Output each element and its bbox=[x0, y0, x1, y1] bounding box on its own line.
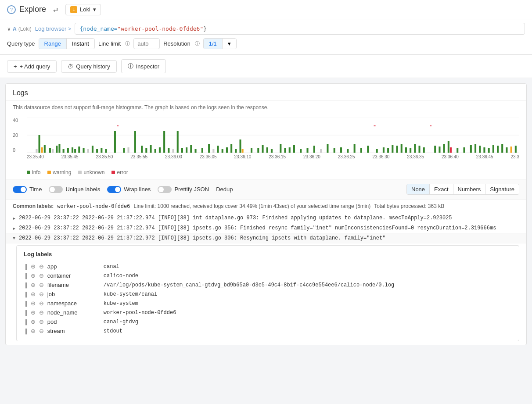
time-toggle[interactable] bbox=[13, 186, 27, 193]
query-area: ∨ A (Loki) Log browser {node_name="worke… bbox=[0, 19, 532, 55]
x-label-14: 23:3 bbox=[511, 154, 519, 159]
resolution-info-icon[interactable]: ⓘ bbox=[195, 40, 200, 47]
query-type-label: Query type bbox=[7, 40, 35, 47]
svg-rect-63 bbox=[327, 144, 328, 153]
label-value-app: canal bbox=[104, 264, 119, 270]
x-label-13: 23:36:45 bbox=[476, 154, 493, 159]
history-icon: ⏱ bbox=[68, 63, 73, 70]
zoom-out-icon[interactable]: ⊖ bbox=[39, 300, 44, 307]
label-key-namespace: namespace bbox=[47, 300, 100, 307]
svg-rect-74 bbox=[392, 145, 393, 153]
common-labels-row: Common labels: worker-pool-node-0fdde6 L… bbox=[6, 200, 526, 213]
log-expand-icon: ▼ bbox=[13, 236, 17, 241]
svg-rect-93 bbox=[483, 147, 485, 153]
zoom-out-icon[interactable]: ⊖ bbox=[39, 318, 44, 325]
zoom-in-icon[interactable]: ⊕ bbox=[31, 328, 36, 334]
svg-rect-50 bbox=[251, 148, 252, 153]
dedup-numbers[interactable]: Numbers bbox=[453, 184, 486, 194]
add-query-button[interactable]: + + Add query bbox=[7, 60, 57, 73]
y-max: 40 bbox=[13, 118, 18, 123]
inspector-button[interactable]: ⓘ Inspector bbox=[121, 59, 166, 73]
zoom-in-icon[interactable]: ⊕ bbox=[31, 300, 36, 307]
datasource-selector[interactable]: L Loki ▾ bbox=[65, 4, 101, 15]
bar-chart-icon: ▐ bbox=[24, 329, 27, 334]
zoom-in-icon[interactable]: ⊕ bbox=[31, 318, 36, 325]
zoom-in-icon[interactable]: ⊕ bbox=[31, 291, 36, 297]
svg-rect-16 bbox=[83, 148, 85, 153]
svg-rect-8 bbox=[52, 149, 54, 153]
label-key-app: app bbox=[47, 263, 100, 270]
query-input[interactable]: {node_name="worker-pool-node-0fdde6"} bbox=[75, 23, 525, 35]
bar-chart-icon: ▐ bbox=[24, 301, 27, 306]
query-letter: A bbox=[13, 26, 17, 32]
svg-rect-40 bbox=[201, 148, 203, 153]
bar-chart-icon: ▐ bbox=[24, 273, 27, 279]
logs-panel: Logs This datasource does not support fu… bbox=[5, 83, 527, 345]
zoom-in-icon[interactable]: ⊕ bbox=[31, 282, 36, 288]
zoom-out-icon[interactable]: ⊖ bbox=[39, 263, 44, 270]
explore-icon: ? bbox=[7, 5, 16, 14]
svg-rect-22 bbox=[114, 131, 116, 153]
x-label-0: 23:35:40 bbox=[27, 154, 44, 159]
dedup-exact[interactable]: Exact bbox=[430, 184, 453, 194]
svg-rect-86 bbox=[448, 141, 449, 153]
unique-labels-control: Unique labels bbox=[49, 186, 100, 193]
dedup-signature[interactable]: Signature bbox=[485, 184, 519, 194]
log-entry[interactable]: ▶ 2022-06-29 23:37:22 2022-06-29 21:37:2… bbox=[6, 223, 526, 233]
logs-panel-title: Logs bbox=[6, 84, 526, 101]
resolution-selector[interactable]: 1/1 ▾ bbox=[203, 38, 237, 49]
unique-labels-toggle[interactable] bbox=[49, 186, 63, 193]
svg-rect-45 bbox=[226, 147, 228, 153]
svg-rect-99 bbox=[510, 147, 512, 153]
bar-chart-icon: ▐ bbox=[24, 264, 27, 269]
svg-rect-39 bbox=[195, 149, 197, 153]
query-history-button[interactable]: ⏱ Query history bbox=[61, 60, 116, 73]
collapse-icon[interactable]: ∨ bbox=[7, 26, 11, 32]
x-label-2: 23:35:50 bbox=[96, 154, 113, 159]
log-browser-link[interactable]: Log browser bbox=[35, 25, 72, 32]
label-row-filename: ▐ ⊕ ⊖ filename /var/log/pods/kube-system… bbox=[24, 280, 512, 290]
prettify-json-toggle[interactable] bbox=[158, 186, 172, 193]
label-value-container: calico-node bbox=[104, 273, 138, 279]
svg-rect-21 bbox=[105, 149, 107, 153]
dedup-none[interactable]: None bbox=[407, 184, 430, 194]
zoom-out-icon[interactable]: ⊖ bbox=[39, 282, 44, 288]
log-entries: ▶ 2022-06-29 23:37:22 2022-06-29 21:37:2… bbox=[6, 213, 526, 341]
share-icon[interactable]: ⇄ bbox=[53, 6, 58, 13]
zoom-out-icon[interactable]: ⊖ bbox=[39, 272, 44, 279]
svg-rect-67 bbox=[354, 144, 356, 153]
svg-rect-28 bbox=[145, 148, 147, 153]
svg-rect-66 bbox=[347, 149, 349, 153]
label-key-stream: stream bbox=[47, 328, 100, 334]
svg-rect-48 bbox=[240, 139, 241, 153]
zoom-out-icon[interactable]: ⊖ bbox=[39, 309, 44, 316]
svg-rect-54 bbox=[271, 149, 273, 153]
svg-rect-58 bbox=[293, 145, 295, 153]
line-limit-info-icon[interactable]: ⓘ bbox=[125, 40, 130, 47]
line-limit-input[interactable] bbox=[133, 38, 160, 49]
bar-chart-icon: ▐ bbox=[24, 292, 27, 297]
resolution-value[interactable]: 1/1 bbox=[204, 39, 223, 49]
zoom-in-icon[interactable]: ⊕ bbox=[31, 272, 36, 279]
log-entry[interactable]: ▶ 2022-06-29 23:37:22 2022-06-29 21:37:2… bbox=[6, 213, 526, 223]
zoom-out-icon[interactable]: ⊖ bbox=[39, 328, 44, 334]
x-label-11: 23:36:35 bbox=[407, 154, 424, 159]
svg-rect-57 bbox=[289, 147, 291, 153]
query-options-row: Query type Range Instant Line limit ⓘ Re… bbox=[7, 38, 525, 49]
log-entry-expanded[interactable]: ▼ 2022-06-29 23:37:22 2022-06-29 21:37:2… bbox=[6, 233, 526, 243]
resolution-chevron[interactable]: ▾ bbox=[223, 39, 236, 49]
zoom-out-icon[interactable]: ⊖ bbox=[39, 291, 44, 297]
instant-btn[interactable]: Instant bbox=[67, 39, 94, 49]
svg-rect-87 bbox=[450, 147, 452, 153]
query-row: ∨ A (Loki) Log browser {node_name="worke… bbox=[7, 23, 525, 35]
datasource-label: Loki bbox=[80, 6, 90, 13]
zoom-in-icon[interactable]: ⊕ bbox=[31, 263, 36, 270]
wrap-lines-toggle[interactable] bbox=[107, 186, 121, 193]
zoom-in-icon[interactable]: ⊕ bbox=[31, 309, 36, 316]
x-label-12: 23:36:40 bbox=[442, 154, 459, 159]
label-row-node-name: ▐ ⊕ ⊖ node_name worker-pool-node-0fdde6 bbox=[24, 308, 512, 317]
range-btn[interactable]: Range bbox=[39, 39, 67, 49]
svg-rect-91 bbox=[474, 144, 476, 153]
svg-rect-73 bbox=[387, 148, 389, 153]
explore-title: ? Explore ⇄ bbox=[7, 5, 58, 14]
